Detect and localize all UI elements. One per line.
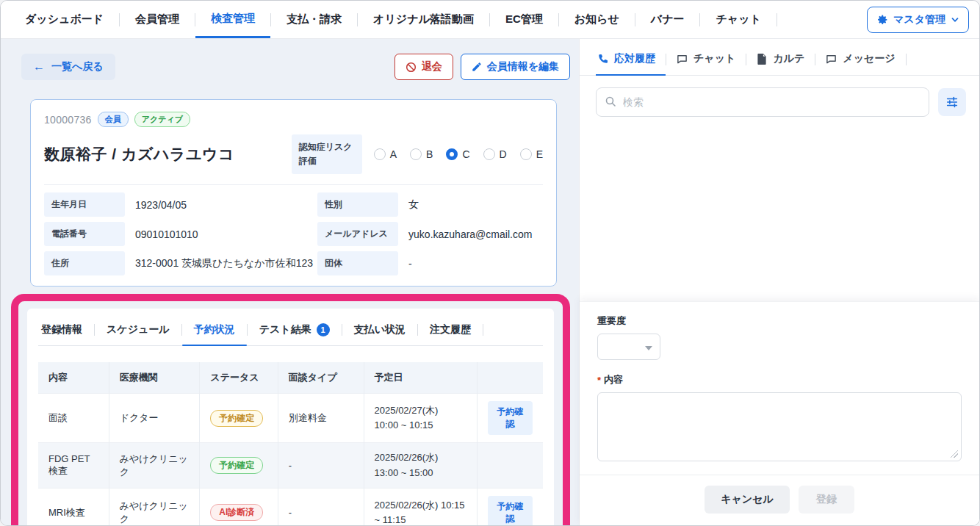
field-label: 性別 — [317, 192, 398, 217]
cell-content: MRI検査 — [38, 488, 109, 525]
chevron-down-icon — [951, 15, 959, 24]
nav-item-banner[interactable]: バナー — [635, 1, 700, 38]
status-badge: AI診断済 — [210, 504, 263, 521]
date-line: 10:00 ~ 10:15 — [375, 418, 467, 433]
nav-item-dashboard[interactable]: ダッシュボード — [10, 1, 119, 38]
risk-option-label: B — [426, 148, 433, 160]
nav-item-members[interactable]: 会員管理 — [120, 1, 195, 38]
tab-payment-status[interactable]: 支払い状況 — [342, 320, 417, 345]
field-value: yuko.kazuhara@cmail.com — [408, 228, 532, 240]
radio-icon[interactable] — [520, 148, 532, 160]
nav-item-ec[interactable]: EC管理 — [490, 1, 558, 38]
communication-panel: 応対履歴 チャット カルテ — [579, 39, 979, 525]
dementia-risk-radio-group: A B C D — [374, 148, 543, 160]
cancel-button[interactable]: キャンセル — [705, 486, 790, 514]
radio-icon[interactable] — [483, 148, 495, 160]
cell-interview-type: - — [278, 443, 364, 488]
tab-medical-record[interactable]: カルテ — [746, 51, 815, 75]
tab-test-results[interactable]: テスト結果 1 — [248, 320, 342, 345]
importance-select[interactable] — [597, 334, 660, 360]
call-log-form: 重要度 * 内容 キャンセル 登録 — [580, 301, 979, 525]
risk-option-e[interactable]: E — [520, 148, 543, 160]
member-detail-panel: ← 一覧へ戻る 退会 会員情報を編集 — [1, 39, 579, 525]
back-to-list-button[interactable]: ← 一覧へ戻る — [21, 54, 115, 80]
tab-registration-info[interactable]: 登録情報 — [38, 320, 94, 345]
header-content: 内容 — [38, 362, 109, 394]
cell-content: 面談 — [38, 394, 109, 443]
risk-option-c[interactable]: C — [446, 148, 469, 160]
tab-label: カルテ — [773, 52, 804, 65]
tab-separator — [906, 54, 907, 65]
submit-button[interactable]: 登録 — [799, 486, 854, 514]
member-id: 10000736 — [44, 114, 92, 126]
risk-option-b[interactable]: B — [410, 148, 433, 160]
document-icon — [757, 54, 767, 65]
edit-member-button[interactable]: 会員情報を編集 — [461, 54, 570, 80]
reservations-table: 内容 医療機関 ステータス 面談タイプ 予定日 面談 ドクター — [38, 362, 543, 525]
nav-item-videos[interactable]: オリジナル落語動画 — [358, 1, 489, 38]
cell-status: 予約確定 — [200, 443, 278, 488]
nav-item-chat[interactable]: チャット — [700, 1, 776, 38]
risk-option-a[interactable]: A — [374, 148, 397, 160]
cell-interview-type: - — [278, 488, 364, 525]
radio-checked-icon[interactable] — [446, 148, 458, 160]
tab-label: 応対履歴 — [614, 52, 655, 65]
radio-icon[interactable] — [410, 148, 422, 160]
header-interview-type: 面談タイプ — [278, 362, 364, 394]
cell-action: 予約確認 — [478, 488, 543, 525]
table-header-row: 内容 医療機関 ステータス 面談タイプ 予定日 — [38, 362, 543, 394]
risk-option-label: C — [462, 148, 469, 160]
block-icon — [406, 62, 417, 73]
nav-item-news[interactable]: お知らせ — [559, 1, 635, 38]
header-status: ステータス — [200, 362, 278, 394]
gear-icon — [876, 14, 888, 26]
field-value: 女 — [408, 198, 419, 212]
caret-down-icon — [645, 346, 652, 350]
cell-clinic: みやけクリニック — [109, 443, 200, 488]
date-line: 2025/02/27(木) — [375, 403, 467, 418]
header-clinic: 医療機関 — [109, 362, 200, 394]
tab-call-history[interactable]: 応対履歴 — [596, 51, 666, 75]
chat-icon — [677, 54, 688, 65]
reservation-confirm-button[interactable]: 予約確認 — [488, 496, 533, 525]
field-label: メールアドレス — [317, 222, 398, 246]
member-status-badge: アクティブ — [134, 112, 190, 127]
withdraw-button[interactable]: 退会 — [394, 54, 453, 80]
tab-order-history[interactable]: 注文履歴 — [418, 320, 483, 345]
reservation-confirm-button[interactable]: 予約確認 — [488, 401, 533, 435]
tab-reservation-status[interactable]: 予約状況 — [182, 320, 247, 345]
content-label-text: 内容 — [604, 373, 623, 386]
master-settings-button[interactable]: マスタ管理 — [867, 7, 969, 33]
date-line: 2025/02/26(水) 10:15 — [375, 498, 467, 513]
tab-chat[interactable]: チャット — [666, 51, 746, 75]
tab-message[interactable]: メッセージ — [815, 51, 905, 75]
field-value: 1923/04/05 — [135, 199, 187, 211]
member-name: 数原裕子 / カズハラユウコ — [44, 144, 234, 165]
dementia-risk-label: 認知症リスク評価 — [292, 134, 362, 174]
detail-toolbar: ← 一覧へ戻る 退会 会員情報を編集 — [21, 54, 570, 80]
nav-separator — [777, 13, 777, 26]
content-textarea[interactable] — [597, 392, 962, 461]
search-input[interactable] — [596, 87, 929, 117]
tab-separator — [483, 324, 483, 336]
risk-option-d[interactable]: D — [483, 148, 507, 160]
test-results-count-badge: 1 — [317, 323, 330, 336]
cell-content: FDG PET検査 — [38, 443, 109, 488]
cell-clinic: ドクター — [109, 394, 200, 443]
cell-action: 予約確認 — [478, 394, 543, 443]
cell-status: AI診断済 — [200, 488, 278, 525]
status-badge: 予約確定 — [210, 457, 263, 474]
field-label: 生年月日 — [44, 192, 125, 217]
field-value: 312-0001 茨城県ひたちなか市佐和123 — [135, 257, 313, 270]
field-email: メールアドレス yuko.kazuhara@cmail.com — [317, 222, 543, 246]
status-badge: 予約確定 — [210, 410, 263, 427]
filter-button[interactable] — [938, 88, 966, 116]
radio-icon[interactable] — [374, 148, 386, 160]
tab-schedule[interactable]: スケジュール — [95, 320, 181, 345]
field-gender: 性別 女 — [317, 192, 543, 217]
nav-item-examinations[interactable]: 検査管理 — [195, 1, 270, 38]
cell-clinic: みやけクリニック — [109, 488, 200, 525]
member-summary-card: 10000736 会員 アクティブ 数原裕子 / カズハラユウコ 認知症リスク評… — [30, 99, 557, 287]
nav-item-billing[interactable]: 支払・請求 — [271, 1, 357, 38]
risk-option-label: A — [390, 148, 397, 160]
